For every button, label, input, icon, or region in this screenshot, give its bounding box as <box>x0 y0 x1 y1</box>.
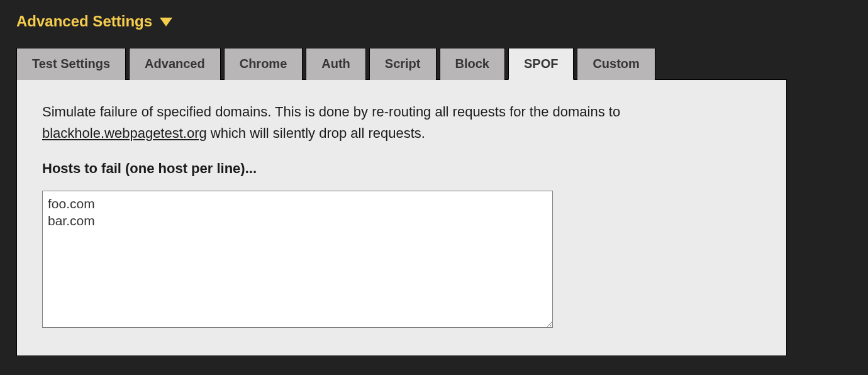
spof-description: Simulate failure of specified domains. T… <box>42 101 761 144</box>
page-title: Advanced Settings <box>16 13 152 30</box>
tab-block[interactable]: Block <box>440 48 505 80</box>
advanced-settings-toggle[interactable]: Advanced Settings <box>16 13 852 30</box>
tab-bar: Test Settings Advanced Chrome Auth Scrip… <box>16 48 852 80</box>
blackhole-link[interactable]: blackhole.webpagetest.org <box>42 125 207 141</box>
tab-advanced[interactable]: Advanced <box>129 48 221 80</box>
hosts-to-fail-label: Hosts to fail (one host per line)... <box>42 160 761 177</box>
spof-description-text-suffix: which will silently drop all requests. <box>207 125 425 141</box>
tab-script[interactable]: Script <box>369 48 437 80</box>
tab-test-settings[interactable]: Test Settings <box>16 48 126 80</box>
tab-spof[interactable]: SPOF <box>508 48 574 80</box>
tab-panel-spof: Simulate failure of specified domains. T… <box>16 79 787 356</box>
tab-custom[interactable]: Custom <box>577 48 655 80</box>
spof-description-text-prefix: Simulate failure of specified domains. T… <box>42 104 620 120</box>
tab-auth[interactable]: Auth <box>306 48 366 80</box>
tab-chrome[interactable]: Chrome <box>224 48 303 80</box>
hosts-to-fail-input[interactable] <box>42 191 553 328</box>
chevron-down-icon <box>160 18 172 26</box>
